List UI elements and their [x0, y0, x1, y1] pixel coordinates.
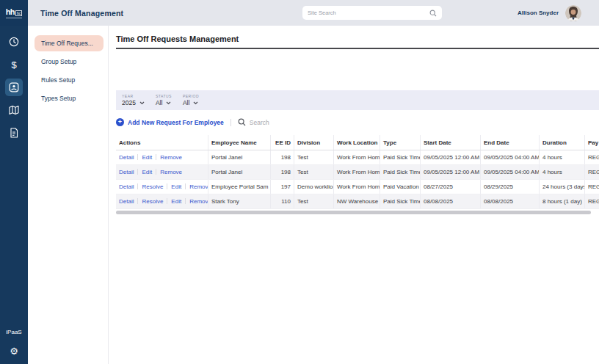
ipaas-link[interactable]: iPaaS	[6, 329, 21, 335]
cell-employee: Portal Janel	[208, 150, 270, 164]
app-window: hhbc Time Off Management Allison Snyder	[0, 0, 599, 364]
filter-year[interactable]: YEAR 2025	[122, 94, 145, 106]
cell-actions: DetailResolveEditRemove	[116, 194, 208, 208]
action-wrap: Edit	[171, 183, 189, 190]
cell-work_location: Work From Home	[333, 165, 380, 179]
cell-duration: 24 hours (3 days)	[539, 180, 584, 194]
action-wrap: Resolve	[142, 183, 171, 190]
cell-employee: Employee Portal Sam	[208, 180, 270, 194]
filter-period-label: PERIOD	[183, 94, 199, 98]
cell-actions: DetailResolveEditRemove	[116, 180, 208, 194]
action-link-detail[interactable]: Detail	[119, 154, 134, 161]
cell-work_location: Work From Home	[333, 180, 380, 194]
rail-bottom: iPaaS ⚙	[6, 329, 21, 364]
cell-employee: Stark Tony	[208, 194, 270, 208]
sidebar: Time Off Reques... Group Setup Rules Set…	[28, 26, 109, 364]
filter-year-value: 2025	[122, 99, 136, 106]
action-link-remove[interactable]: Remove	[160, 154, 182, 161]
chevron-down-icon	[166, 99, 171, 106]
action-wrap: Detail	[119, 154, 142, 161]
map-icon[interactable]	[5, 101, 23, 119]
cell-ee_id: 198	[270, 165, 294, 179]
column-header: Employee Name	[208, 135, 270, 150]
logo-underline	[6, 18, 22, 18]
search-icon	[238, 116, 246, 129]
sidebar-item-time-off-requests[interactable]: Time Off Reques...	[35, 35, 104, 51]
clock-icon[interactable]	[5, 33, 23, 51]
sidebar-item-rules-setup[interactable]: Rules Setup	[35, 72, 104, 88]
cell-type: Paid Sick Time	[380, 165, 420, 179]
cell-start: 08/27/2025	[420, 180, 480, 194]
table-row: DetailEditRemovePortal Janel198TestWork …	[116, 165, 599, 180]
cell-division: Test	[294, 194, 333, 208]
title-divider	[116, 48, 599, 49]
action-link-remove[interactable]: Remove	[160, 169, 182, 175]
table-search-input[interactable]	[250, 119, 308, 126]
horizontal-scrollbar[interactable]	[116, 211, 596, 215]
column-header: Work Location	[333, 135, 380, 150]
filter-period[interactable]: PERIOD All	[183, 94, 199, 106]
action-link-remove[interactable]: Remove	[189, 198, 208, 205]
document-icon[interactable]	[5, 124, 23, 142]
cell-start: 09/05/2025 12:00 AM	[420, 150, 480, 164]
action-wrap: Remove	[160, 154, 182, 161]
cell-actions: DetailEditRemove	[116, 165, 208, 179]
cell-end: 08/08/2025	[480, 194, 539, 208]
action-link-edit[interactable]: Edit	[171, 183, 181, 190]
column-header: Duration	[539, 135, 584, 150]
cell-actions: DetailEditRemove	[116, 150, 208, 164]
dollar-icon[interactable]: $	[5, 56, 23, 73]
user-name[interactable]: Allison Snyder	[518, 10, 559, 16]
toolbar-divider	[230, 119, 231, 126]
filter-status[interactable]: STATUS All	[156, 94, 172, 106]
action-wrap: Edit	[142, 154, 160, 161]
filter-status-value: All	[156, 99, 162, 106]
logo: hhbc	[0, 0, 28, 26]
avatar[interactable]	[565, 5, 581, 21]
action-link-detail[interactable]: Detail	[119, 198, 134, 205]
table-toolbar: + Add New Request For Employee	[116, 117, 599, 128]
chevron-down-icon	[193, 99, 198, 106]
user-menu[interactable]: Allison Snyder	[518, 5, 581, 21]
cell-duration: 4 hours	[539, 150, 584, 164]
action-wrap: Remove	[189, 183, 208, 190]
action-link-edit[interactable]: Edit	[171, 198, 181, 205]
column-header: Division	[294, 135, 333, 150]
cell-ee_id: 110	[270, 194, 294, 208]
action-link-detail[interactable]: Detail	[119, 183, 134, 190]
people-badge-icon[interactable]	[5, 79, 23, 96]
scrollbar-thumb[interactable]	[116, 211, 591, 214]
action-wrap: Detail	[119, 169, 142, 175]
filter-status-label: STATUS	[156, 94, 172, 98]
add-request-button[interactable]: + Add New Request For Employee	[116, 118, 224, 126]
cell-pay_code: REG - H	[584, 165, 599, 179]
gear-icon[interactable]: ⚙	[10, 346, 18, 356]
table-row: DetailResolveEditRemoveStark Tony110Test…	[116, 194, 599, 209]
app-title: Time Off Management	[40, 9, 123, 18]
action-link-remove[interactable]: Remove	[189, 183, 208, 190]
cell-division: Test	[294, 150, 333, 164]
action-link-edit[interactable]: Edit	[142, 169, 152, 175]
cell-ee_id: 198	[270, 150, 294, 164]
site-search-input[interactable]	[308, 10, 429, 16]
logo-text: hh	[6, 8, 15, 16]
cell-division: Test	[294, 165, 333, 179]
sidebar-item-types-setup[interactable]: Types Setup	[35, 90, 104, 106]
table-search-box[interactable]	[238, 116, 308, 129]
icon-rail: $ iPaaS ⚙	[0, 26, 28, 364]
action-link-resolve[interactable]: Resolve	[142, 198, 163, 205]
cell-end: 08/29/2025	[480, 180, 539, 194]
sidebar-item-group-setup[interactable]: Group Setup	[35, 54, 104, 70]
action-wrap: Edit	[171, 198, 189, 205]
action-link-resolve[interactable]: Resolve	[142, 183, 163, 190]
site-search-box[interactable]	[302, 6, 442, 20]
action-wrap: Resolve	[142, 198, 171, 205]
chevron-down-icon	[139, 99, 145, 106]
cell-employee: Portal Janel	[208, 165, 270, 179]
filter-bar: YEAR 2025 STATUS All PERIOD All	[116, 90, 599, 110]
table-body: DetailEditRemovePortal Janel198TestWork …	[116, 150, 599, 209]
action-link-detail[interactable]: Detail	[119, 169, 134, 175]
action-link-edit[interactable]: Edit	[142, 154, 152, 161]
column-header: Start Date	[420, 135, 480, 150]
filter-period-value: All	[183, 99, 189, 106]
